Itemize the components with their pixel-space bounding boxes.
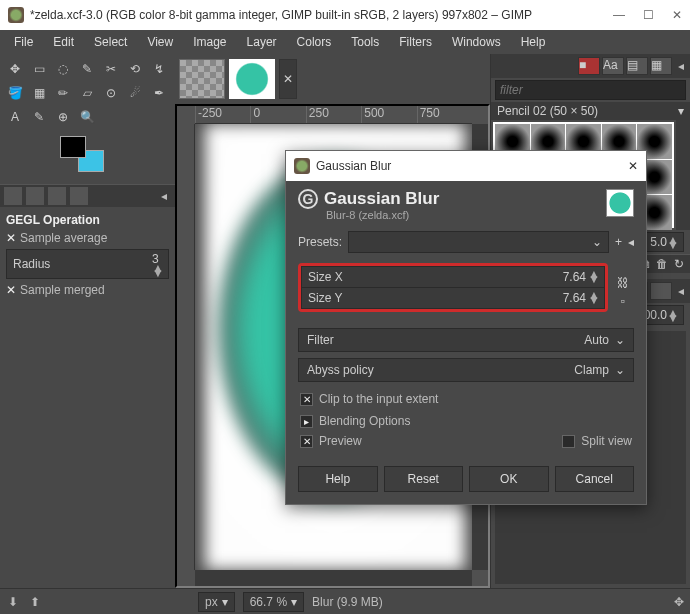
tab-icon[interactable]: [48, 187, 66, 205]
zoom-tool[interactable]: 🔍: [76, 106, 98, 128]
menu-file[interactable]: File: [6, 33, 41, 51]
menu-image[interactable]: Image: [185, 33, 234, 51]
menu-select[interactable]: Select: [86, 33, 135, 51]
bucket-tool[interactable]: 🪣: [4, 82, 26, 104]
clip-checkbox-row[interactable]: ✕ Clip to the input extent: [298, 388, 634, 410]
clip-checkbox[interactable]: ✕: [300, 393, 313, 406]
nav-icon[interactable]: ✥: [674, 595, 684, 609]
abyss-select[interactable]: Abyss policy Clamp⌄: [298, 358, 634, 382]
presets-select[interactable]: ⌄: [348, 231, 609, 253]
preview-checkbox-row[interactable]: ✕ Preview: [300, 434, 362, 448]
tab-icon[interactable]: Aa: [602, 57, 624, 75]
ruler-tick: 0: [250, 106, 305, 123]
tab-icon[interactable]: [650, 282, 672, 300]
blending-label: Blending Options: [319, 414, 410, 428]
refresh-icon[interactable]: ↻: [674, 257, 684, 271]
menu-view[interactable]: View: [139, 33, 181, 51]
fuzzy-select-tool[interactable]: ✎: [76, 58, 98, 80]
clone-tool[interactable]: ⊙: [100, 82, 122, 104]
blending-expand[interactable]: ▸: [300, 415, 313, 428]
text-tool[interactable]: A: [4, 106, 26, 128]
abyss-value: Clamp: [574, 363, 609, 377]
menu-edit[interactable]: Edit: [45, 33, 82, 51]
filter-select[interactable]: Filter Auto⌄: [298, 328, 634, 352]
preview-checkbox[interactable]: ✕: [300, 435, 313, 448]
tab-icon[interactable]: ▦: [650, 57, 672, 75]
brush-scrollbar[interactable]: [676, 120, 690, 230]
add-preset-button[interactable]: +: [615, 235, 622, 249]
eraser-tool[interactable]: ▱: [76, 82, 98, 104]
unit-icon[interactable]: ▫: [621, 294, 625, 308]
menu-layer[interactable]: Layer: [239, 33, 285, 51]
transform-tool[interactable]: ⟲: [124, 58, 146, 80]
split-checkbox[interactable]: [562, 435, 575, 448]
tab-icon[interactable]: [26, 187, 44, 205]
image-tab[interactable]: [179, 59, 225, 99]
minimize-button[interactable]: —: [613, 8, 625, 22]
rect-select-tool[interactable]: ▭: [28, 58, 50, 80]
maximize-button[interactable]: ☐: [643, 8, 654, 22]
size-y-input[interactable]: Size Y 7.64▲▼: [301, 288, 605, 309]
close-button[interactable]: ✕: [672, 8, 682, 22]
filter-input[interactable]: [495, 80, 686, 100]
menu-tools[interactable]: Tools: [343, 33, 387, 51]
color-picker-tool[interactable]: ✎: [28, 106, 50, 128]
image-tab[interactable]: [229, 59, 275, 99]
zoom-value: 66.7 %: [250, 595, 287, 609]
tab-icon[interactable]: ▤: [626, 57, 648, 75]
dialog-titlebar[interactable]: Gaussian Blur ✕: [286, 151, 646, 181]
split-checkbox-row[interactable]: Split view: [562, 434, 632, 448]
zoom-select[interactable]: 66.7 %▾: [243, 592, 304, 612]
brush-tool[interactable]: ✏: [52, 82, 74, 104]
dock-menu-icon[interactable]: ◂: [674, 59, 688, 73]
chevron-down-icon: ⌄: [615, 333, 625, 347]
blending-expand-row[interactable]: ▸ Blending Options: [298, 410, 634, 432]
filter-value: Auto: [584, 333, 609, 347]
ok-button[interactable]: OK: [469, 466, 549, 492]
close-icon[interactable]: ✕: [6, 283, 16, 297]
menu-help[interactable]: Help: [513, 33, 554, 51]
size-y-value: 7.64: [563, 291, 586, 305]
del-icon[interactable]: 🗑: [656, 257, 668, 271]
gegl-logo-icon: G: [298, 189, 318, 209]
ruler-tick: 500: [361, 106, 416, 123]
unit-select[interactable]: px▾: [198, 592, 235, 612]
link-icon[interactable]: ⛓: [617, 276, 629, 290]
menu-windows[interactable]: Windows: [444, 33, 509, 51]
image-tabs: ✕: [175, 54, 490, 104]
app-icon: [8, 7, 24, 23]
tab-icon[interactable]: [70, 187, 88, 205]
tab-icon[interactable]: [4, 187, 22, 205]
nav-down-icon[interactable]: ⬇: [6, 595, 20, 609]
brush-menu-icon[interactable]: ▾: [678, 104, 684, 118]
free-select-tool[interactable]: ◌: [52, 58, 74, 80]
dock-menu-icon[interactable]: ◂: [157, 189, 171, 203]
tab-icon[interactable]: ■: [578, 57, 600, 75]
crop-tool[interactable]: ✂: [100, 58, 122, 80]
ruler-tick: 750: [417, 106, 472, 123]
help-button[interactable]: Help: [298, 466, 378, 492]
close-icon[interactable]: ✕: [6, 231, 16, 245]
fg-bg-colors[interactable]: [60, 136, 110, 176]
nav-up-icon[interactable]: ⬆: [28, 595, 42, 609]
path-tool[interactable]: ✒: [148, 82, 170, 104]
measure-tool[interactable]: ⊕: [52, 106, 74, 128]
horizontal-scrollbar[interactable]: [195, 570, 472, 586]
preset-menu-button[interactable]: ◂: [628, 235, 634, 249]
reset-button[interactable]: Reset: [384, 466, 464, 492]
smudge-tool[interactable]: ☄: [124, 82, 146, 104]
gradient-tool[interactable]: ▦: [28, 82, 50, 104]
cancel-button[interactable]: Cancel: [555, 466, 635, 492]
dialog-close-button[interactable]: ✕: [628, 159, 638, 173]
vertical-ruler: [177, 124, 195, 570]
menu-colors[interactable]: Colors: [289, 33, 340, 51]
close-tab-button[interactable]: ✕: [279, 59, 297, 99]
radius-slider[interactable]: Radius 3▲▼: [6, 249, 169, 279]
dock-menu-icon[interactable]: ◂: [674, 284, 688, 298]
menu-filters[interactable]: Filters: [391, 33, 440, 51]
move-tool[interactable]: ✥: [4, 58, 26, 80]
abyss-label: Abyss policy: [307, 363, 374, 377]
size-x-input[interactable]: Size X 7.64▲▼: [301, 266, 605, 288]
fg-color[interactable]: [60, 136, 86, 158]
warp-tool[interactable]: ↯: [148, 58, 170, 80]
